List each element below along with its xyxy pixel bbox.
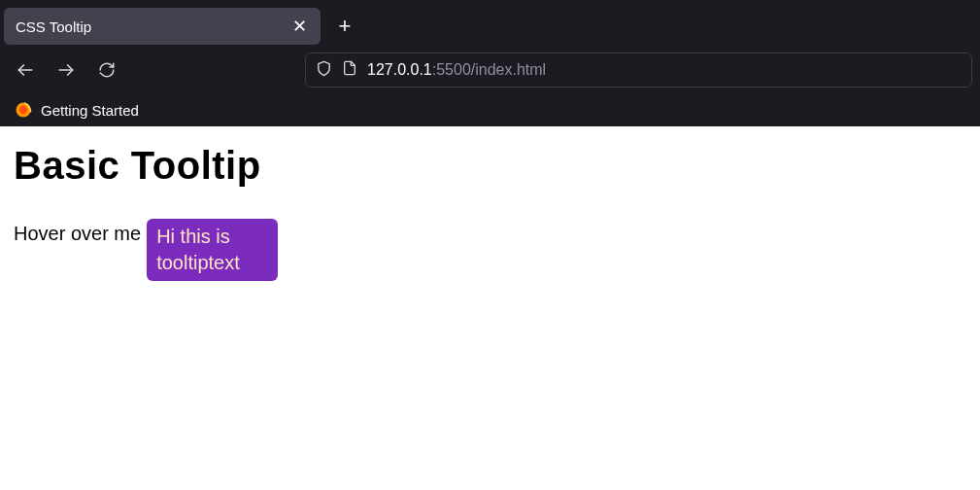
reload-button[interactable]: [89, 52, 124, 88]
tab-title: CSS Tooltip: [16, 18, 91, 35]
reload-icon: [98, 61, 116, 79]
back-button[interactable]: [8, 52, 43, 88]
toolbar: 127.0.0.1:5500/index.html: [0, 47, 980, 93]
plus-icon: +: [339, 14, 352, 39]
page-icon: [342, 60, 357, 80]
url-bar[interactable]: 127.0.0.1:5500/index.html: [305, 52, 972, 88]
hover-trigger-text[interactable]: Hover over me: [14, 219, 141, 245]
bookmarks-bar: Getting Started: [0, 93, 980, 126]
bookmark-getting-started[interactable]: Getting Started: [41, 102, 139, 119]
tooltip-demo: Hover over me Hi this is tooltiptext: [14, 219, 966, 281]
page-heading: Basic Tooltip: [14, 144, 966, 188]
svg-point-3: [19, 106, 27, 114]
arrow-right-icon: [56, 60, 76, 80]
tooltip-box: Hi this is tooltiptext: [147, 219, 278, 281]
url-text: 127.0.0.1:5500/index.html: [367, 61, 546, 79]
new-tab-button[interactable]: +: [328, 10, 361, 43]
arrow-left-icon: [16, 60, 35, 80]
firefox-icon: [14, 100, 33, 120]
shield-icon: [316, 60, 332, 81]
page-content: Basic Tooltip Hover over me Hi this is t…: [0, 126, 980, 298]
close-icon[interactable]: ✕: [290, 16, 309, 37]
forward-button[interactable]: [49, 52, 84, 88]
browser-tab[interactable]: CSS Tooltip ✕: [4, 8, 321, 45]
tab-bar: CSS Tooltip ✕ +: [0, 0, 980, 47]
